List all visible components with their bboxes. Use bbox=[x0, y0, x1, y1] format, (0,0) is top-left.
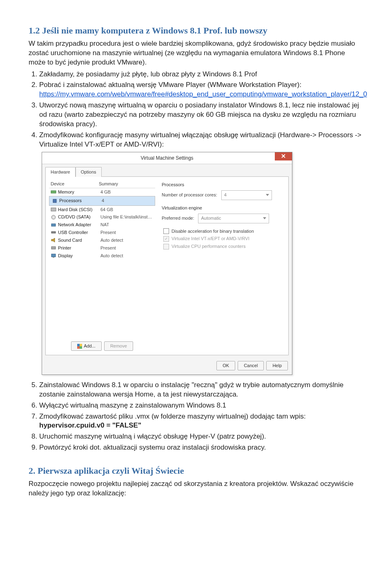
step-7-text: Zmodyfikować zawartość pliku .vmx (w fol… bbox=[39, 412, 306, 420]
svg-marker-9 bbox=[51, 238, 55, 242]
device-summary: 4 GB bbox=[100, 189, 154, 195]
device-row-snd[interactable]: Sound CardAuto detect bbox=[49, 236, 155, 244]
svg-rect-4 bbox=[51, 208, 56, 211]
device-row-cpu[interactable]: Processors4 bbox=[49, 196, 155, 206]
step-7-code: hypervisor.cpuid.v0 = "FALSE" bbox=[39, 421, 141, 429]
device-name: Sound Card bbox=[58, 237, 99, 243]
dsp-icon bbox=[51, 253, 56, 258]
device-name: USB Controller bbox=[58, 229, 99, 236]
svg-rect-14 bbox=[80, 344, 82, 346]
prn-icon bbox=[51, 245, 56, 251]
checkbox-checked-icon: ✓ bbox=[163, 236, 169, 242]
checkbox-label: Virtualize Intel VT-x/EPT or AMD-V/RVI bbox=[172, 236, 249, 242]
net-icon bbox=[51, 222, 56, 228]
cores-label: Number of processor cores: bbox=[162, 192, 217, 198]
shield-icon bbox=[77, 344, 82, 349]
device-summary: 4 bbox=[102, 198, 152, 204]
intro-paragraph: W takim przypadku procedura jest o wiele… bbox=[29, 39, 363, 67]
svg-rect-7 bbox=[51, 224, 56, 226]
checkbox-virtualize-vtx: ✓ Virtualize Intel VT-x/EPT or AMD-V/RVI bbox=[163, 236, 283, 242]
cancel-button[interactable]: Cancel bbox=[238, 361, 264, 370]
tab-hardware[interactable]: Hardware bbox=[45, 167, 76, 177]
device-summary: Present bbox=[100, 245, 154, 251]
device-list[interactable]: Memory4 GBProcessors4Hard Disk (SCSI)64 … bbox=[49, 188, 155, 338]
usb-icon bbox=[51, 229, 56, 235]
close-button[interactable] bbox=[275, 152, 292, 160]
device-name: Printer bbox=[58, 245, 99, 251]
settings-tabs: Hardware Options bbox=[42, 164, 292, 176]
step-9: Powtórzyć kroki dot. aktualizacji system… bbox=[39, 443, 363, 452]
vm-settings-dialog: Virtual Machine Settings Hardware Option… bbox=[42, 152, 292, 375]
step-2-text: Pobrać i zainstalować aktualną wersję VM… bbox=[39, 81, 301, 89]
device-row-net[interactable]: Network AdapterNAT bbox=[49, 221, 155, 229]
preferred-mode-value: Automatic bbox=[201, 215, 221, 221]
device-name: Hard Disk (SCSI) bbox=[58, 207, 99, 213]
device-name: Memory bbox=[58, 189, 99, 195]
hdd-icon bbox=[51, 207, 56, 212]
step-1: Zakładamy, że posiadamy już płytę, lub o… bbox=[39, 70, 363, 79]
dialog-title: Virtual Machine Settings bbox=[140, 155, 193, 161]
checkbox-label: Disable acceleration for binary translat… bbox=[172, 228, 254, 234]
dialog-titlebar: Virtual Machine Settings bbox=[42, 152, 292, 164]
svg-point-6 bbox=[53, 216, 54, 218]
svg-rect-16 bbox=[80, 346, 82, 349]
svg-rect-12 bbox=[53, 257, 54, 258]
device-row-usb[interactable]: USB ControllerPresent bbox=[49, 229, 155, 236]
chevron-down-icon bbox=[263, 217, 266, 219]
device-summary: Auto detect bbox=[100, 253, 154, 259]
device-row-cd[interactable]: CD/DVD (SATA)Using file E:\instalki\inst… bbox=[49, 213, 155, 221]
vmware-settings-screenshot: Virtual Machine Settings Hardware Option… bbox=[42, 152, 363, 375]
add-button[interactable]: Add... bbox=[71, 341, 102, 351]
svg-rect-2 bbox=[51, 191, 56, 193]
snd-icon bbox=[51, 237, 56, 243]
device-name: Processors bbox=[59, 198, 100, 204]
checkbox-icon bbox=[163, 228, 169, 234]
checkbox-label: Virtualize CPU performance counters bbox=[172, 243, 245, 250]
step-6: Wyłączyć wirtualną maszynę z zainstalowa… bbox=[39, 401, 363, 410]
device-row-prn[interactable]: PrinterPresent bbox=[49, 244, 155, 252]
device-row-hdd[interactable]: Hard Disk (SCSI)64 GB bbox=[49, 206, 155, 214]
device-summary: Present bbox=[100, 229, 154, 236]
remove-button: Remove bbox=[104, 341, 133, 351]
tab-options[interactable]: Options bbox=[76, 167, 102, 177]
device-summary: NAT bbox=[100, 222, 154, 228]
preferred-mode-select[interactable]: Automatic bbox=[198, 214, 269, 223]
svg-rect-10 bbox=[51, 247, 56, 249]
step-4: Zmodyfikować konfigurację masyny wirtual… bbox=[39, 131, 363, 149]
help-button[interactable]: Help bbox=[266, 361, 288, 370]
checkbox-virtualize-perf: Virtualize CPU performance counters bbox=[163, 243, 283, 250]
add-label: Add... bbox=[84, 343, 96, 348]
device-row-memory[interactable]: Memory4 GB bbox=[49, 188, 155, 196]
vmware-download-link[interactable]: https://my.vmware.com/web/vmware/free#de… bbox=[39, 90, 367, 98]
step-5: Zainstalować Windows 8.1 w oparciu o ins… bbox=[39, 381, 363, 399]
svg-rect-13 bbox=[77, 344, 80, 346]
step-8: Uruchomić maszynę wirtualną i włączyć ob… bbox=[39, 432, 363, 441]
preferred-mode-label: Preferred mode: bbox=[162, 215, 194, 221]
chevron-down-icon bbox=[266, 194, 269, 196]
ok-button[interactable]: OK bbox=[216, 361, 235, 370]
checkbox-icon bbox=[163, 244, 169, 250]
device-row-dsp[interactable]: DisplayAuto detect bbox=[49, 252, 155, 260]
svg-rect-15 bbox=[77, 346, 80, 349]
device-list-panel: Device Summary Memory4 GBProcessors4Hard… bbox=[49, 180, 155, 352]
cores-select[interactable]: 4 bbox=[221, 190, 272, 200]
device-detail-panel: Processors Number of processor cores: 4 … bbox=[159, 180, 285, 352]
device-summary: 64 GB bbox=[100, 207, 154, 213]
col-summary: Summary bbox=[99, 181, 118, 187]
checkbox-disable-accel[interactable]: Disable acceleration for binary translat… bbox=[163, 228, 283, 234]
device-name: Network Adapter bbox=[58, 222, 99, 228]
step-2: Pobrać i zainstalować aktualną wersję VM… bbox=[39, 80, 363, 99]
device-name: Display bbox=[58, 253, 99, 259]
virtualization-group: Virtualization engine bbox=[162, 205, 283, 211]
svg-rect-3 bbox=[53, 199, 56, 203]
device-list-header: Device Summary bbox=[49, 180, 155, 188]
step-7: Zmodyfikować zawartość pliku .vmx (w fol… bbox=[39, 412, 363, 431]
device-name: CD/DVD (SATA) bbox=[58, 214, 99, 220]
device-summary: Auto detect bbox=[100, 237, 154, 243]
cd-icon bbox=[51, 214, 56, 220]
section-2-paragraph: Rozpoczęcie nowego projektu najlepiej za… bbox=[29, 479, 363, 498]
svg-rect-8 bbox=[51, 232, 56, 233]
cpu-icon bbox=[52, 198, 58, 204]
svg-rect-11 bbox=[51, 254, 56, 257]
device-summary: Using file E:\instalki\instalki_pwsz\... bbox=[100, 214, 154, 220]
